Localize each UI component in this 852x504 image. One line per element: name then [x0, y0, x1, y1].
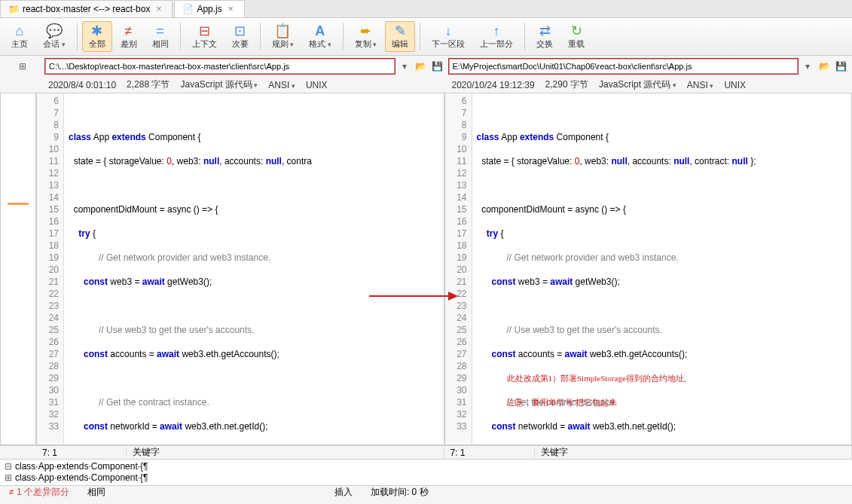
annotation-line2: 注意，要用单引号''把它包起来 — [507, 396, 618, 408]
diff-view: 6789101112131415161718192021222324252627… — [0, 93, 852, 445]
footer-same: 相同 — [78, 486, 115, 499]
copy-icon: ➨ — [360, 23, 371, 38]
close-icon[interactable]: × — [153, 4, 164, 14]
dropdown-icon[interactable]: ▾ — [801, 60, 814, 73]
swap-button[interactable]: ⇄交换 — [530, 21, 560, 52]
ne-icon: ≠ — [125, 23, 133, 38]
footer-status: ≠ 1 个差异部分 相同 插入 加载时间: 0 秒 — [0, 485, 852, 499]
file-icon: 📄 — [182, 4, 194, 14]
left-encoding[interactable]: ANSI — [268, 80, 295, 90]
outline-panel: ⊟class·App·extends·Component·{¶ ⊞class·A… — [0, 459, 852, 485]
right-date: 2020/10/24 19:12:39 — [452, 80, 535, 90]
left-eol: UNIX — [306, 80, 328, 90]
right-path-input[interactable] — [449, 59, 799, 74]
right-pane: 6789101112131415161718192021222324252627… — [444, 93, 853, 445]
right-size: 2,290 字节 — [545, 78, 588, 91]
all-button[interactable]: ✱全部 — [82, 21, 112, 52]
right-cursor-pos: 7: 1 — [444, 447, 535, 458]
diff-count: ≠ 1 个差异部分 — [0, 486, 78, 499]
meta-bar: 2020/8/4 0:01:10 2,288 字节 JavaScript 源代码… — [0, 77, 852, 93]
left-keyword-label: 关键字 — [127, 446, 444, 459]
open-folder-icon[interactable]: 📂 — [817, 60, 831, 73]
save-icon[interactable]: 💾 — [431, 60, 444, 73]
tab-label: react-box-master <--> react-box — [23, 4, 150, 14]
close-icon[interactable]: × — [225, 4, 237, 14]
collapse-icon[interactable]: ⊟ — [5, 461, 12, 472]
diff-button[interactable]: ≠差别 — [114, 21, 144, 52]
overview-gutter[interactable] — [0, 93, 36, 445]
main-toolbar: ⌂主页 💬会话 ✱全部 ≠差别 =相同 ⊟上下文 ⊡次要 📋规则 A格式 ➨复制… — [0, 18, 852, 56]
rules-icon: 📋 — [274, 23, 291, 38]
up-icon: ↑ — [493, 23, 500, 38]
swap-icon: ⇄ — [539, 23, 551, 38]
diff-arrow-icon — [369, 289, 460, 304]
footer-insert: 插入 — [325, 486, 362, 499]
path-bar: ⊞ ▾ 📂 💾 ▾ 📂 💾 — [0, 56, 852, 77]
left-pane: 6789101112131415161718192021222324252627… — [36, 93, 444, 445]
left-lang[interactable]: JavaScript 源代码 — [180, 78, 258, 91]
prev-section-button[interactable]: ↑上一部分 — [473, 21, 520, 52]
minor-button[interactable]: ⊡次要 — [225, 21, 255, 52]
right-eol: UNIX — [724, 80, 746, 90]
folder-icon: 📁 — [8, 4, 20, 14]
expand-icon[interactable]: ⊞ — [5, 472, 12, 483]
edit-icon: ✎ — [395, 23, 406, 38]
session-button[interactable]: 💬会话 — [36, 21, 72, 52]
right-code[interactable]: class App extends Component { state = { … — [472, 93, 852, 444]
same-button[interactable]: =相同 — [145, 21, 176, 52]
chat-icon: 💬 — [46, 23, 63, 38]
home-icon: ⌂ — [16, 23, 24, 38]
right-lang[interactable]: JavaScript 源代码 — [599, 78, 676, 91]
save-icon[interactable]: 💾 — [834, 60, 847, 73]
tab-compare[interactable]: 📁 react-box-master <--> react-box × — [0, 0, 173, 17]
reload-button[interactable]: ↻重载 — [561, 21, 591, 52]
context-button[interactable]: ⊟上下文 — [185, 21, 224, 52]
reload-icon: ↻ — [571, 23, 582, 38]
home-button[interactable]: ⌂主页 — [5, 21, 35, 52]
minor-icon: ⊡ — [234, 23, 246, 38]
dropdown-icon[interactable]: ▾ — [398, 60, 411, 73]
star-icon: ✱ — [91, 23, 102, 38]
outline-row[interactable]: ⊟class·App·extends·Component·{¶ — [5, 461, 847, 472]
left-cursor-pos: 7: 1 — [36, 447, 127, 458]
left-code[interactable]: class App extends Component { state = { … — [64, 93, 444, 444]
tab-appjs[interactable]: 📄 App.js × — [174, 0, 244, 17]
right-keyword-label: 关键字 — [535, 446, 853, 459]
ne-icon: ≠ — [9, 487, 17, 497]
footer-loadtime: 加载时间: 0 秒 — [362, 486, 438, 499]
document-tabs: 📁 react-box-master <--> react-box × 📄 Ap… — [0, 0, 852, 18]
annotation-line1: 此处改成第1）部署SimpleStorage得到的合约地址, — [507, 372, 686, 384]
outline-row[interactable]: ⊞class·App·extends·Component·{¶ — [5, 472, 847, 484]
edit-button[interactable]: ✎编辑 — [385, 21, 415, 52]
context-icon: ⊟ — [199, 23, 210, 38]
rules-button[interactable]: 📋规则 — [265, 21, 301, 52]
down-icon: ↓ — [445, 23, 452, 38]
left-date: 2020/8/4 0:01:10 — [48, 80, 116, 90]
format-icon: A — [315, 23, 325, 38]
format-button[interactable]: A格式 — [302, 21, 338, 52]
expand-all-icon[interactable]: ⊞ — [16, 60, 29, 73]
left-size: 2,288 字节 — [127, 78, 169, 91]
tab-label: App.js — [197, 4, 221, 14]
right-line-numbers: 6789101112131415161718192021222324252627… — [445, 93, 472, 444]
left-path-input[interactable] — [45, 59, 395, 74]
open-folder-icon[interactable]: 📂 — [414, 60, 428, 73]
right-encoding[interactable]: ANSI — [687, 80, 714, 90]
copy-button[interactable]: ➨复制 — [348, 21, 384, 52]
left-line-numbers: 6789101112131415161718192021222324252627… — [37, 93, 64, 444]
eq-icon: = — [156, 23, 164, 38]
svg-marker-1 — [448, 292, 458, 301]
status-row: 7: 1 关键字 7: 1 关键字 — [0, 445, 852, 459]
next-section-button[interactable]: ↓下一区段 — [425, 21, 472, 52]
